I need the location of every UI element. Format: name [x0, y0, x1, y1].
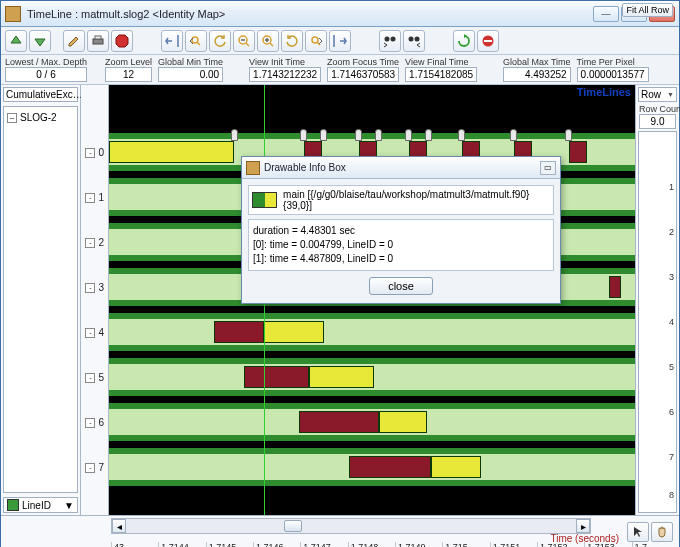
scroll-right-button[interactable]: ▸: [576, 519, 590, 533]
drawable-info-dialog[interactable]: Drawable Info Box ▭ main [{/g/g0/blaise/…: [241, 156, 561, 304]
legend-tree[interactable]: –SLOG-2: [3, 106, 78, 493]
main-toolbar: [1, 27, 679, 55]
svg-rect-1: [95, 36, 101, 39]
category-selector[interactable]: LineID▼: [3, 497, 78, 513]
row-toggle-icon[interactable]: -: [85, 418, 95, 428]
row-toggle-icon[interactable]: -: [85, 193, 95, 203]
row-label[interactable]: -4: [85, 327, 104, 338]
row-label[interactable]: -2: [85, 237, 104, 248]
row-number-gutter: -0 -1 -2 -3 -4 -5 -6 -7: [81, 85, 109, 515]
marker-icon[interactable]: [405, 129, 412, 141]
view-init-label: View Init Time: [249, 57, 321, 67]
end-button[interactable]: [329, 30, 351, 52]
state-bar[interactable]: [244, 366, 309, 388]
home-button[interactable]: [161, 30, 183, 52]
tree-toggle-icon[interactable]: –: [7, 113, 17, 123]
fit-all-rows-button[interactable]: Fit All Row: [622, 3, 673, 17]
horizontal-scrollbar[interactable]: ◂ ▸: [111, 518, 591, 534]
state-bar[interactable]: [379, 411, 427, 433]
dialog-close-button[interactable]: ▭: [540, 161, 556, 175]
chevron-down-icon: ▼: [667, 91, 674, 98]
dialog-titlebar[interactable]: Drawable Info Box ▭: [242, 157, 560, 179]
row-toggle-icon[interactable]: -: [85, 373, 95, 383]
state-bar[interactable]: [299, 411, 379, 433]
state-bar[interactable]: [109, 141, 234, 163]
row-toggle-icon[interactable]: -: [85, 238, 95, 248]
level-up-button[interactable]: [5, 30, 27, 52]
minimize-button[interactable]: —: [593, 6, 619, 22]
state-bar[interactable]: [214, 321, 264, 343]
row-toggle-icon[interactable]: -: [85, 283, 95, 293]
view-final-value[interactable]: 1.7154182085: [405, 67, 477, 82]
undo-button[interactable]: [209, 30, 231, 52]
zoom-out-button[interactable]: [233, 30, 255, 52]
timeline-row: [109, 358, 635, 396]
marker-icon[interactable]: [565, 129, 572, 141]
pointer-button[interactable]: [627, 522, 649, 542]
zoom-focus-label: Zoom Focus Time: [327, 57, 399, 67]
tpp-value[interactable]: 0.0000013577: [577, 67, 649, 82]
row-combo[interactable]: Row▼: [638, 87, 677, 102]
global-max-value[interactable]: 4.493252: [503, 67, 571, 82]
row-label[interactable]: -5: [85, 372, 104, 383]
state-bar[interactable]: [569, 141, 587, 163]
marker-icon[interactable]: [458, 129, 465, 141]
view-init-value[interactable]: 1.7143212232: [249, 67, 321, 82]
marker-icon[interactable]: [375, 129, 382, 141]
row-toggle-icon[interactable]: -: [85, 463, 95, 473]
dialog-main-row: main [{/g/g0/blaise/tau/workshop/matmult…: [248, 185, 554, 215]
row-label[interactable]: -3: [85, 282, 104, 293]
svg-point-8: [391, 36, 396, 41]
refresh-button[interactable]: [453, 30, 475, 52]
zoom-level-value[interactable]: 12: [105, 67, 152, 82]
zoom-in-button[interactable]: [257, 30, 279, 52]
state-bar[interactable]: [349, 456, 431, 478]
find-next-button[interactable]: [403, 30, 425, 52]
svg-rect-0: [93, 39, 103, 44]
state-bar[interactable]: [609, 276, 621, 298]
dialog-close-action-button[interactable]: close: [369, 277, 433, 295]
zoom-focus-value[interactable]: 1.7146370583: [327, 67, 399, 82]
state-bar[interactable]: [309, 366, 374, 388]
print-button[interactable]: [87, 30, 109, 52]
row-label[interactable]: -1: [85, 192, 104, 203]
edit-button[interactable]: [63, 30, 85, 52]
row-count-value[interactable]: 9.0: [639, 114, 676, 129]
dialog-icon: [246, 161, 260, 175]
svg-point-7: [385, 36, 390, 41]
row-toggle-icon[interactable]: -: [85, 328, 95, 338]
metric-combo[interactable]: CumulativeExc…▼: [3, 87, 78, 102]
tree-root[interactable]: –SLOG-2: [6, 111, 75, 124]
redo-button[interactable]: [281, 30, 303, 52]
timeline-row: [109, 313, 635, 351]
ruler-tick: 1.7149: [395, 542, 442, 547]
search-right-button[interactable]: [305, 30, 327, 52]
row-label[interactable]: -0: [85, 147, 104, 158]
state-bar[interactable]: [431, 456, 481, 478]
marker-icon[interactable]: [425, 129, 432, 141]
marker-icon[interactable]: [320, 129, 327, 141]
marker-icon[interactable]: [300, 129, 307, 141]
view-final-label: View Final Time: [405, 57, 477, 67]
stop-button[interactable]: [111, 30, 133, 52]
scroll-left-button[interactable]: ◂: [112, 519, 126, 533]
dialog-title: Drawable Info Box: [264, 162, 536, 173]
row-label[interactable]: -6: [85, 417, 104, 428]
scrollbar-track[interactable]: [126, 519, 576, 533]
row-label[interactable]: -7: [85, 462, 104, 473]
delete-button[interactable]: [477, 30, 499, 52]
search-left-button[interactable]: [185, 30, 207, 52]
state-bar[interactable]: [264, 321, 324, 343]
stats-row: Lowest / Max. Depth0 / 6 Zoom Level12 Gl…: [1, 55, 679, 85]
global-min-value[interactable]: 0.00: [158, 67, 223, 82]
marker-icon[interactable]: [510, 129, 517, 141]
marker-icon[interactable]: [355, 129, 362, 141]
scrollbar-thumb[interactable]: [284, 520, 302, 532]
row-combo-label: Row: [641, 89, 661, 100]
level-down-button[interactable]: [29, 30, 51, 52]
row-toggle-icon[interactable]: -: [85, 148, 95, 158]
row-count-label: Row Count: [639, 104, 676, 114]
marker-icon[interactable]: [231, 129, 238, 141]
find-prev-button[interactable]: [379, 30, 401, 52]
hand-button[interactable]: [651, 522, 673, 542]
